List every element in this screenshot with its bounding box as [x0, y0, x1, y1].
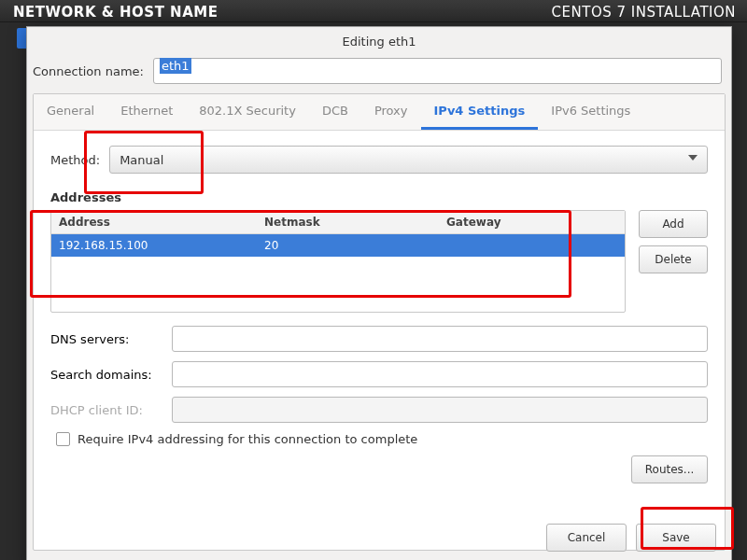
tab-ipv6-settings[interactable]: IPv6 Settings	[538, 94, 643, 130]
dhcp-client-id-input	[172, 397, 708, 423]
edit-connection-dialog: Editing eth1 Connection name: eth1 Gener…	[26, 26, 732, 560]
col-netmask: Netmask	[257, 211, 439, 233]
tab-dcb[interactable]: DCB	[309, 94, 361, 130]
delete-button[interactable]: Delete	[639, 245, 708, 273]
method-label: Method:	[50, 153, 100, 167]
routes-button[interactable]: Routes...	[631, 455, 708, 483]
tab-proxy[interactable]: Proxy	[361, 94, 421, 130]
dns-servers-input[interactable]	[172, 326, 708, 352]
tab-general[interactable]: General	[34, 94, 107, 130]
chevron-down-icon	[688, 155, 698, 161]
require-ipv4-label: Require IPv4 addressing for this connect…	[78, 432, 417, 446]
require-ipv4-checkbox[interactable]	[56, 432, 70, 446]
col-gateway: Gateway	[439, 211, 625, 233]
addresses-table[interactable]: Address Netmask Gateway 192.168.15.100 2…	[50, 210, 626, 313]
installer-title: CENTOS 7 INSTALLATION	[552, 4, 736, 21]
connection-name-input[interactable]: eth1	[153, 58, 722, 84]
dhcp-client-id-label: DHCP client ID:	[50, 403, 162, 417]
table-row[interactable]: 192.168.15.100 20	[51, 234, 625, 257]
save-button[interactable]: Save	[636, 524, 716, 552]
search-domains-input[interactable]	[172, 361, 708, 387]
dialog-title: Editing eth1	[27, 27, 731, 58]
add-button[interactable]: Add	[639, 210, 708, 238]
col-address: Address	[51, 211, 257, 233]
cell-gateway[interactable]	[439, 234, 625, 257]
tabs: General Ethernet 802.1X Security DCB Pro…	[34, 94, 725, 131]
connection-name-label: Connection name:	[33, 64, 144, 78]
dns-servers-label: DNS servers:	[50, 332, 162, 346]
addresses-heading: Addresses	[50, 190, 708, 204]
tab-security[interactable]: 802.1X Security	[186, 94, 309, 130]
search-domains-label: Search domains:	[50, 368, 162, 382]
cell-netmask[interactable]: 20	[257, 234, 439, 257]
method-select[interactable]: Manual	[109, 146, 708, 174]
tab-ipv4-settings[interactable]: IPv4 Settings	[421, 94, 539, 130]
tab-ethernet[interactable]: Ethernet	[107, 94, 186, 130]
cancel-button[interactable]: Cancel	[546, 524, 627, 552]
page-title-bg: NETWORK & HOST NAME	[13, 4, 218, 21]
method-value: Manual	[120, 153, 163, 167]
cell-address[interactable]: 192.168.15.100	[51, 234, 257, 257]
